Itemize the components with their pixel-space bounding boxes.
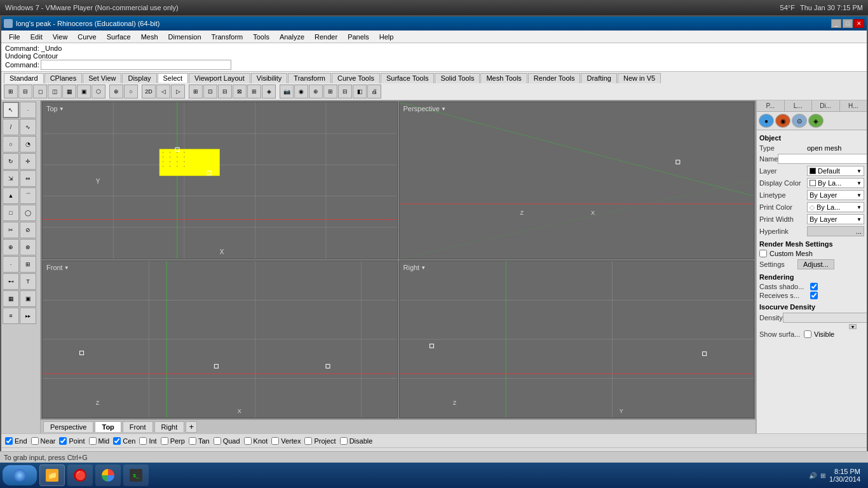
menu-file[interactable]: File <box>4 32 25 42</box>
tab-visibility[interactable]: Visibility <box>251 73 288 83</box>
viewport-perspective[interactable]: Perspective ▼ <box>399 102 755 259</box>
tab-solid-tools[interactable]: Solid Tools <box>435 73 480 83</box>
tab-cplanes[interactable]: CPlanes <box>44 73 83 83</box>
tb-btn-1[interactable]: ⊞ <box>4 85 18 98</box>
side-mirror-tool[interactable]: ⇔ <box>20 170 36 187</box>
tb-btn-23[interactable]: ◧ <box>353 85 367 98</box>
side-fillet-tool[interactable]: ⌒ <box>20 187 36 204</box>
menu-edit[interactable]: Edit <box>25 32 48 42</box>
side-line-tool[interactable]: / <box>3 119 19 135</box>
tb-btn-11[interactable]: ◁ <box>156 85 170 98</box>
viewport-right[interactable]: Right ▼ <box>399 261 755 418</box>
tab-standard[interactable]: Standard <box>4 73 44 83</box>
tb-btn-15[interactable]: ⊟ <box>218 85 232 98</box>
density-spinner-down[interactable]: ▼ <box>849 324 857 329</box>
side-sphere-tool[interactable]: ◯ <box>20 205 36 221</box>
menu-help[interactable]: Help <box>374 32 399 42</box>
tb-btn-21[interactable]: ⊞ <box>323 85 337 98</box>
tab-mesh-tools[interactable]: Mesh Tools <box>480 73 527 83</box>
side-dot[interactable]: · <box>20 102 36 118</box>
tb-btn-20[interactable]: ⊕ <box>309 85 323 98</box>
side-split-tool[interactable]: ⊘ <box>20 222 36 238</box>
density-input[interactable] <box>783 313 867 323</box>
tb-btn-13[interactable]: ⊞ <box>189 85 203 98</box>
osnap-disable-check[interactable] <box>340 437 348 445</box>
viewport-top[interactable]: Top ▼ <box>42 102 398 259</box>
tb-btn-8[interactable]: ⊕ <box>109 85 123 98</box>
prop-print-color-dropdown[interactable]: ◇ By La... ▼ <box>807 202 864 212</box>
tab-drafting[interactable]: Drafting <box>581 73 617 83</box>
menu-mesh[interactable]: Mesh <box>136 32 163 42</box>
tab-render-tools[interactable]: Render Tools <box>528 73 581 83</box>
side-circle-tool[interactable]: ○ <box>3 136 19 152</box>
adjust-button[interactable]: Adjust... <box>797 259 834 269</box>
side-point-tool[interactable]: · <box>3 256 19 273</box>
tb-btn-5[interactable]: ▦ <box>62 85 76 98</box>
casts-shadow-checkbox[interactable] <box>810 283 818 290</box>
vp-tab-perspective[interactable]: Perspective <box>43 421 93 432</box>
tab-new-v5[interactable]: New in V5 <box>618 73 661 83</box>
prop-layer-dropdown[interactable]: Default ▼ <box>807 166 864 176</box>
osnap-near-check[interactable] <box>31 437 39 445</box>
osnap-vertex-check[interactable] <box>271 437 279 445</box>
start-button[interactable] <box>3 465 37 485</box>
viewport-right-label[interactable]: Right ▼ <box>403 264 426 271</box>
osnap-mid-check[interactable] <box>89 437 97 445</box>
tb-btn-4[interactable]: ◫ <box>48 85 62 98</box>
menu-curve[interactable]: Curve <box>72 32 101 42</box>
osnap-point-check[interactable] <box>59 437 67 445</box>
side-join-tool[interactable]: ⊕ <box>3 239 19 255</box>
tab-select[interactable]: Select <box>158 73 189 83</box>
menu-transform[interactable]: Transform <box>207 32 248 42</box>
side-mesh-tool[interactable]: ⊞ <box>20 256 36 273</box>
taskbar-browser1[interactable]: 🔴 <box>67 464 93 486</box>
side-layer-tool[interactable]: ≡ <box>3 308 19 324</box>
viewport-perspective-label[interactable]: Perspective ▼ <box>403 105 446 112</box>
menu-tools[interactable]: Tools <box>248 32 275 42</box>
close-button[interactable]: ✕ <box>854 19 864 28</box>
tb-btn-16[interactable]: ⊠ <box>233 85 247 98</box>
osnap-project-check[interactable] <box>304 437 312 445</box>
tab-surface-tools[interactable]: Surface Tools <box>381 73 434 83</box>
prop-linetype-dropdown[interactable]: By Layer ▼ <box>807 190 864 200</box>
show-surface-checkbox[interactable] <box>804 330 811 338</box>
osnap-quad-check[interactable] <box>214 437 221 445</box>
osnap-knot-check[interactable] <box>244 437 252 445</box>
vp-tab-right[interactable]: Right <box>154 421 185 432</box>
tb-btn-camera[interactable]: 📷 <box>280 85 294 98</box>
side-trim-tool[interactable]: ✂ <box>3 222 19 238</box>
tb-btn-6[interactable]: ▣ <box>77 85 91 98</box>
side-scale-tool[interactable]: ⇲ <box>3 170 19 187</box>
menu-dimension[interactable]: Dimension <box>163 32 207 42</box>
tb-btn-2[interactable]: ⊟ <box>18 85 32 98</box>
menu-analyze[interactable]: Analyze <box>275 32 309 42</box>
custom-mesh-checkbox[interactable] <box>759 250 767 257</box>
taskbar-terminal[interactable]: $_ <box>123 464 149 486</box>
prop-print-width-dropdown[interactable]: By Layer ▼ <box>807 214 864 224</box>
osnap-tan-check[interactable] <box>189 437 196 445</box>
tb-btn-14[interactable]: ⊡ <box>203 85 217 98</box>
viewport-top-label[interactable]: Top ▼ <box>46 105 64 112</box>
side-arc-tool[interactable]: ◔ <box>20 136 36 152</box>
side-block-tool[interactable]: ▣ <box>20 290 36 307</box>
vp-tab-front[interactable]: Front <box>123 421 153 432</box>
rp-tab-display[interactable]: Di... <box>812 100 840 111</box>
tb-btn-19[interactable]: ◉ <box>294 85 308 98</box>
rp-tab-properties[interactable]: P... <box>757 100 785 111</box>
tab-viewport-layout[interactable]: Viewport Layout <box>189 73 250 83</box>
tab-curve-tools[interactable]: Curve Tools <box>332 73 380 83</box>
side-text-tool[interactable]: T <box>20 273 36 290</box>
maximize-button[interactable]: □ <box>843 19 853 28</box>
side-extrude-tool[interactable]: ▲ <box>3 187 19 204</box>
vp-tab-add[interactable]: + <box>186 421 197 433</box>
viewport-front-label[interactable]: Front ▼ <box>46 264 69 271</box>
side-explode-tool[interactable]: ⊗ <box>20 239 36 255</box>
tab-display[interactable]: Display <box>122 73 156 83</box>
side-dim-tool[interactable]: ⊷ <box>3 273 19 290</box>
rp-icon-sphere[interactable]: ● <box>759 114 774 128</box>
menu-render[interactable]: Render <box>309 32 342 42</box>
prop-display-color-dropdown[interactable]: By La... ▼ <box>807 178 864 188</box>
osnap-end-check[interactable] <box>5 437 13 445</box>
rp-icon-environment[interactable]: ⊙ <box>792 114 807 128</box>
tab-transform[interactable]: Transform <box>288 73 331 83</box>
